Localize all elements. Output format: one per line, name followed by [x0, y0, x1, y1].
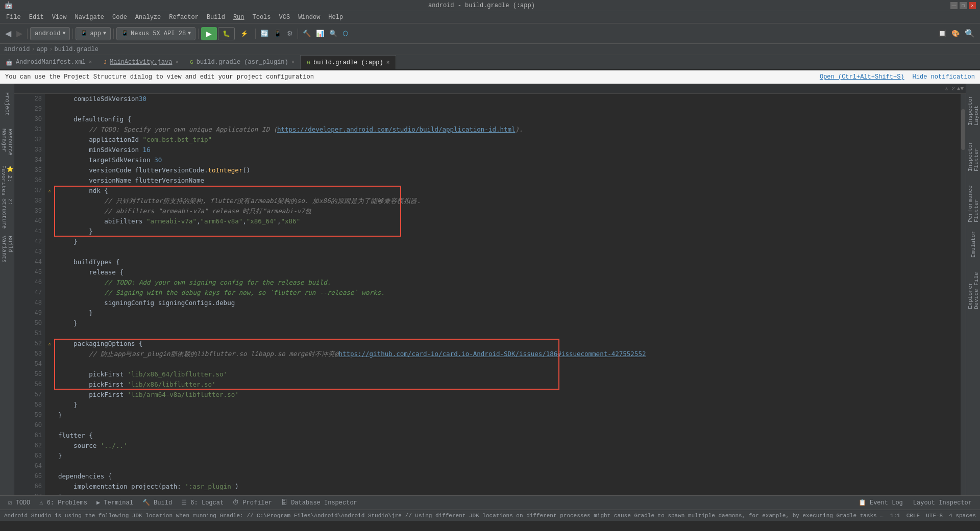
build-button[interactable]: 🔨 Build [138, 497, 176, 509]
menu-item-analyze[interactable]: Analyze [131, 11, 165, 23]
device-dropdown[interactable]: 📱 Nexus 5X API 28 ▼ [116, 27, 195, 40]
left-panel-project[interactable]: Project [0, 84, 14, 124]
theme-editor-btn[interactable]: 🎨 [949, 29, 962, 38]
sync-button[interactable]: 🔄 [258, 30, 271, 37]
code-line-28: compileSdkVersion 30 [58, 94, 957, 104]
profile-btn[interactable]: 📊 [314, 30, 326, 37]
right-panel-device-file-explorer[interactable]: Device File Explorer [966, 262, 980, 313]
status-indent[interactable]: 4 spaces [949, 513, 976, 519]
breadcrumb-app[interactable]: app [37, 46, 48, 53]
code-line-36: versionName flutterVersionName [58, 175, 957, 186]
menu-item-help[interactable]: Help [324, 11, 347, 23]
menu-item-view[interactable]: View [48, 11, 71, 23]
code-line-46: // TODO: Add your own signing config for… [58, 277, 957, 288]
inspect-code-btn[interactable]: 🔍 [327, 30, 339, 37]
tab-android-manifest[interactable]: 🤖 AndroidManifest.xml × [0, 55, 97, 69]
close-button[interactable]: × [969, 2, 976, 9]
menu-item-navigate[interactable]: Navigate [70, 11, 108, 23]
maximize-button[interactable]: □ [960, 2, 967, 9]
menu-item-vcs[interactable]: VCS [275, 11, 295, 23]
left-panel-build-variants[interactable]: Build Variants [0, 232, 14, 272]
breadcrumb-file[interactable]: build.gradle [54, 46, 98, 53]
search-everywhere-button[interactable]: 🔍 [963, 29, 977, 38]
code-line-35: versionCode flutterVersionCode.toInteger… [58, 165, 957, 175]
code-line-38: // 只针对flutter所支持的架构, flutter没有armeabi架构的… [58, 196, 957, 206]
module-dropdown[interactable]: 📱 app ▼ [76, 27, 111, 40]
code-line-39: // abiFilters "armeabi-v7a" release 时只打"… [58, 206, 957, 216]
menu-item-window[interactable]: Window [294, 11, 324, 23]
code-content[interactable]: compileSdkVersion 30 defaultConfig { // … [54, 94, 961, 495]
status-bar-left: Android Studio is using the following JD… [4, 513, 885, 519]
bottom-toolbar: ☑ TODO ⚠ 6: Problems ▶ Terminal 🔨 Build … [0, 495, 980, 510]
notification-text: You can use the Project Structure dialog… [5, 73, 314, 81]
tab-gradle-asr[interactable]: G build.gradle (asr_plugin) × [184, 55, 300, 69]
window-title: android - build.gradle (:app) [428, 2, 535, 9]
status-bar: Android Studio is using the following JD… [0, 510, 980, 521]
menu-item-file[interactable]: File [2, 11, 25, 23]
layout-inspector-button[interactable]: Layout Inspector [909, 497, 976, 509]
code-line-41: } [58, 226, 957, 237]
code-line-63 [58, 461, 957, 471]
code-line-55: pickFirst 'lib/x86_64/libflutter.so' [58, 369, 957, 380]
code-line-47: // Signing with the debug keys for now, … [58, 288, 957, 298]
code-line-56: pickFirst 'lib/x86/libflutter.so' [58, 380, 957, 390]
notification-open-link[interactable]: Open (Ctrl+Alt+Shift+S) [820, 73, 904, 81]
database-inspector-button[interactable]: 🗄 Database Inspector [277, 497, 361, 509]
status-encoding[interactable]: UTF-8 [926, 513, 943, 519]
debug-button[interactable]: 🐛 [218, 27, 235, 40]
layout-inspector-toolbar-btn[interactable]: 🔲 [936, 29, 948, 38]
left-panel-favorites[interactable]: ⭐ 2: Favorites [0, 165, 14, 196]
profiler-button[interactable]: ⏱ Profiler [229, 497, 276, 509]
back-button[interactable]: ◀ [3, 29, 13, 38]
breadcrumb-android[interactable]: android [4, 46, 30, 53]
code-editor[interactable]: ⚠ 2 ▲ ▼ 28 29 30 31 32 33 34 35 36 37 38… [14, 84, 966, 495]
right-panel-flutter-performance[interactable]: Flutter Performance [966, 175, 980, 226]
breadcrumb-sep1: › [31, 46, 35, 53]
menu-item-build[interactable]: Build [203, 11, 229, 23]
run-button[interactable]: ▶ [201, 27, 217, 40]
app-logo-icon: 🤖 [4, 1, 13, 10]
code-line-48: signingConfig signingConfigs.debug [58, 298, 957, 308]
menu-item-edit[interactable]: Edit [25, 11, 48, 23]
status-position[interactable]: 1:1 [890, 513, 900, 519]
code-line-51 [58, 328, 957, 339]
notification-hide-link[interactable]: Hide notification [913, 73, 975, 81]
code-line-64: dependencies { [58, 471, 957, 482]
attach-debugger-button[interactable]: ⚡ [236, 27, 253, 40]
minimize-button[interactable]: — [950, 2, 958, 9]
close-gradle-asr-tab[interactable]: × [291, 59, 295, 65]
manifest-icon: 🤖 [6, 59, 13, 66]
avd-manager-button[interactable]: 📱 [272, 30, 284, 37]
forward-button[interactable]: ▶ [14, 29, 24, 38]
menu-item-refactor[interactable]: Refactor [165, 11, 203, 23]
close-java-tab[interactable]: × [175, 59, 179, 65]
right-panel-emulator[interactable]: Emulator [966, 226, 980, 262]
terminal-button[interactable]: ▶ Terminal [92, 497, 137, 509]
close-manifest-tab[interactable]: × [89, 59, 92, 65]
tab-gradle-app[interactable]: G build.gradle (:app) × [300, 55, 396, 69]
left-panel-structure[interactable]: 2: Structure [0, 196, 14, 232]
code-line-30: defaultConfig { [58, 114, 957, 124]
menu-item-code[interactable]: Code [108, 11, 131, 23]
menu-item-run[interactable]: Run [229, 11, 249, 23]
sdk-manager-button[interactable]: ⚙ [285, 30, 295, 37]
build-toolbar-btn[interactable]: 🔨 [301, 30, 313, 37]
menu-item-tools[interactable]: Tools [249, 11, 275, 23]
right-panel-flutter-inspector[interactable]: Flutter Inspector [966, 130, 980, 175]
code-gutter-breakpoints: ⚠ ⚠ [45, 94, 54, 495]
close-gradle-app-tab[interactable]: × [386, 60, 390, 66]
code-line-59 [58, 420, 957, 431]
tab-main-activity[interactable]: J MainActivity.java × [97, 55, 184, 69]
todo-button[interactable]: ☑ TODO [4, 497, 34, 509]
flutter-btn[interactable]: ⬡ [340, 30, 350, 37]
event-log-button[interactable]: 📋 Event Log [854, 497, 907, 509]
code-line-34: targetSdkVersion 30 [58, 155, 957, 165]
left-panel-resource-manager[interactable]: Resource Manager [0, 124, 14, 165]
project-dropdown[interactable]: android ▼ [30, 27, 70, 40]
problems-button[interactable]: ⚠ 6: Problems [35, 497, 91, 509]
status-crlf[interactable]: CRLF [906, 513, 920, 519]
logcat-button[interactable]: ☰ 6: Logcat [177, 497, 228, 509]
right-panel-layout-inspector[interactable]: Layout Inspector [966, 84, 980, 130]
code-line-43 [58, 247, 957, 257]
code-line-50: } [58, 318, 957, 328]
